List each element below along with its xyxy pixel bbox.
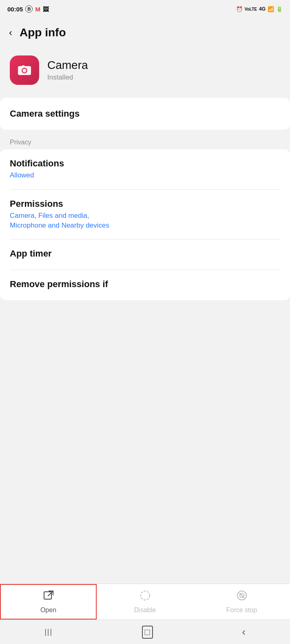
photo-icon: 🖼 <box>43 6 49 13</box>
status-right: ⏰ VoLTE 4G 📶 🔋 <box>236 6 283 12</box>
back-nav-button[interactable]: ‹ <box>242 626 246 638</box>
svg-rect-3 <box>22 65 24 66</box>
remove-permissions-title: Remove permissions if <box>10 279 280 290</box>
svg-point-2 <box>23 69 27 73</box>
svg-point-5 <box>141 591 150 600</box>
back-button[interactable]: ‹ <box>6 25 15 40</box>
force-stop-label: Force stop <box>226 606 257 614</box>
svg-rect-4 <box>44 592 51 599</box>
signal-icon: 📶 <box>268 6 274 12</box>
open-button[interactable]: Open <box>0 584 97 620</box>
notifications-item[interactable]: Notifications Allowed <box>0 149 290 189</box>
alarm-icon: ⏰ <box>236 6 243 12</box>
app-timer-item[interactable]: App timer <box>0 239 290 270</box>
page-title: App info <box>20 26 66 39</box>
volte-icon: VoLTE <box>245 7 257 11</box>
app-name: Camera <box>47 59 88 72</box>
disable-label: Disable <box>134 606 156 614</box>
gmail-icon: M <box>35 6 40 13</box>
force-stop-button[interactable]: Force stop <box>193 584 290 620</box>
time-display: 00:05 <box>7 6 23 13</box>
privacy-section-label: Privacy <box>0 133 290 148</box>
notifications-title: Notifications <box>10 158 280 169</box>
permissions-title: Permissions <box>10 199 280 209</box>
disable-button[interactable]: Disable <box>97 584 193 620</box>
privacy-card: Notifications Allowed Permissions Camera… <box>0 149 290 300</box>
status-left: 00:05 B M 🖼 <box>7 5 49 13</box>
force-stop-icon <box>236 590 248 604</box>
app-name-group: Camera Installed <box>47 59 88 82</box>
camera-settings-card[interactable]: Camera settings <box>0 98 290 130</box>
recent-apps-button[interactable]: ||| <box>44 628 53 636</box>
app-icon <box>10 55 39 85</box>
remove-permissions-item[interactable]: Remove permissions if <box>0 270 290 300</box>
4g-icon: 4G <box>259 6 266 12</box>
nav-bar: ||| □ ‹ <box>0 620 290 644</box>
open-label: Open <box>40 606 56 614</box>
status-bar: 00:05 B M 🖼 ⏰ VoLTE 4G 📶 🔋 <box>0 0 290 18</box>
app-info-section: Camera Installed <box>0 47 290 96</box>
open-icon <box>43 590 54 604</box>
bottom-spacer <box>0 300 290 357</box>
header: ‹ App info <box>0 18 290 47</box>
b-icon: B <box>25 5 33 13</box>
disable-icon <box>139 590 151 604</box>
home-button[interactable]: □ <box>142 626 153 639</box>
notifications-subtitle: Allowed <box>10 170 280 180</box>
permissions-item[interactable]: Permissions Camera, Files and media,Micr… <box>0 190 290 239</box>
app-timer-title: App timer <box>10 248 280 259</box>
permissions-subtitle: Camera, Files and media,Microphone and N… <box>10 211 280 230</box>
app-status: Installed <box>47 73 88 82</box>
battery-icon: 🔋 <box>276 6 283 12</box>
bottom-action-bar: Open Disable Force stop <box>0 584 290 620</box>
camera-settings-label: Camera settings <box>10 108 80 119</box>
camera-icon <box>16 62 33 78</box>
